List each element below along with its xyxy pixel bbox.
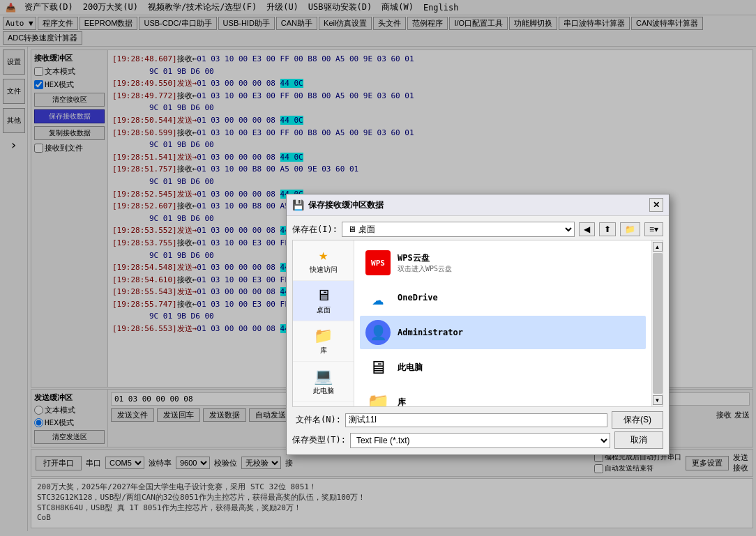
file-list: WPS WPS云盘 双击进入WPS云盘 ☁ OneDrive 👤: [354, 240, 651, 406]
nav-back-btn[interactable]: ◀: [579, 222, 595, 236]
path-label: 保存在(I):: [292, 224, 338, 236]
path-select[interactable]: 🖥 桌面: [342, 222, 575, 237]
file-onedrive[interactable]: ☁ OneDrive: [360, 281, 646, 314]
save-icon: 💾: [292, 199, 304, 210]
nav-this-pc[interactable]: 💻 此电脑: [293, 362, 354, 402]
save-dialog: 💾 保存接收缓冲区数据 ✕ 保存在(I): 🖥 桌面 ◀ ⬆ 📁 ≡▾ ★ 快速…: [286, 194, 670, 455]
nav-network[interactable]: 🌐 网络: [293, 402, 354, 406]
modal-titlebar: 💾 保存接收缓冲区数据 ✕: [287, 194, 669, 216]
modal-cancel-btn[interactable]: 取消: [614, 431, 663, 449]
modal-title: 保存接收缓冲区数据: [308, 199, 384, 211]
nav-view-btn[interactable]: ≡▾: [644, 222, 663, 236]
file-administrator[interactable]: 👤 Administrator: [360, 316, 646, 349]
file-scrollbar[interactable]: ▲ ▼: [651, 240, 663, 406]
nav-library[interactable]: 📁 库: [293, 321, 354, 362]
modal-close-btn[interactable]: ✕: [649, 198, 663, 212]
nav-desktop[interactable]: 🖥 桌面: [293, 281, 354, 321]
filename-label: 文件名(N):: [292, 414, 341, 426]
nav-quick-access[interactable]: ★ 快速访问: [293, 240, 354, 281]
modal-save-btn[interactable]: 保存(S): [612, 411, 663, 429]
modal-overlay: 💾 保存接收缓冲区数据 ✕ 保存在(I): 🖥 桌面 ◀ ⬆ 📁 ≡▾ ★ 快速…: [0, 0, 756, 536]
filename-input[interactable]: [345, 413, 607, 427]
file-library[interactable]: 📁 库: [360, 385, 646, 406]
filetype-select[interactable]: Text File (*.txt): [350, 433, 610, 448]
file-wps[interactable]: WPS WPS云盘 双击进入WPS云盘: [360, 246, 646, 280]
file-this-pc[interactable]: 🖥 此电脑: [360, 351, 646, 384]
nav-new-folder-btn[interactable]: 📁: [620, 222, 640, 236]
filetype-label: 保存类型(T):: [292, 434, 346, 446]
nav-up-btn[interactable]: ⬆: [599, 222, 616, 236]
